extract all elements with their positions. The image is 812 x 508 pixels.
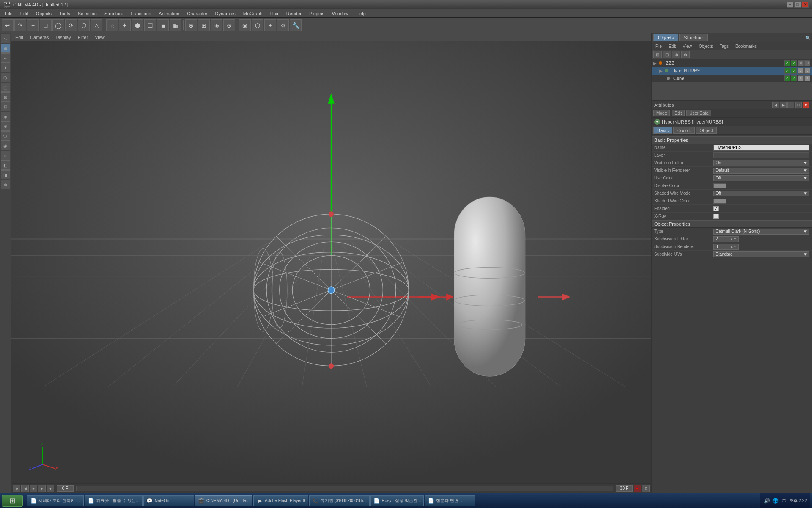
menu-item-animation[interactable]: Animation — [155, 10, 183, 17]
left-toolbar-btn-6[interactable]: ⊞ — [1, 92, 10, 102]
attr-shaded-wire-swatch[interactable] — [713, 199, 726, 204]
attr-tab-object[interactable]: Object — [696, 127, 717, 134]
taskbar-btn-2[interactable]: 💬 NateOn — [143, 495, 194, 506]
prev-frame-btn[interactable]: ⏮ — [13, 485, 20, 492]
menu-item-tools[interactable]: Tools — [56, 10, 74, 17]
left-toolbar-btn-8[interactable]: ◈ — [1, 112, 10, 121]
menu-item-help[interactable]: Help — [353, 10, 369, 17]
menu-item-render[interactable]: Render — [283, 10, 305, 17]
taskbar-btn-flash[interactable]: ▶ Adobe Flash Player 9 — [253, 495, 308, 506]
attr-back-btn[interactable]: ◀ — [772, 102, 779, 108]
toolbar-btn-12[interactable]: ▣ — [157, 19, 169, 31]
menu-item-file[interactable]: File — [2, 10, 16, 17]
zzz-vis4[interactable]: ✕ — [804, 60, 810, 66]
om-menu-objects[interactable]: Objects — [697, 44, 715, 49]
attr-type-dropdown[interactable]: Catmull-Clark (N-Gons) ▼ — [713, 229, 809, 235]
vp-menu-view[interactable]: View — [93, 35, 107, 40]
om-menu-edit[interactable]: Edit — [667, 44, 678, 49]
attr-userdata-btn[interactable]: User Data — [686, 110, 711, 116]
toolbar-btn-5[interactable]: ⟳ — [65, 19, 77, 31]
menu-item-plugins[interactable]: Plugins — [306, 10, 328, 17]
om-tb-2[interactable]: ⊟ — [663, 51, 671, 58]
om-menu-view[interactable]: View — [681, 44, 694, 49]
attr-name-value[interactable]: HyperNURBS — [713, 145, 809, 151]
cube-v4[interactable]: ✕ — [804, 75, 810, 81]
left-toolbar-btn-15[interactable]: ⊕ — [1, 180, 10, 189]
toolbar-btn-1[interactable]: ↷ — [14, 19, 26, 31]
toolbar-btn-9[interactable]: ✦ — [119, 19, 131, 31]
left-toolbar-btn-3[interactable]: ✦ — [1, 63, 10, 72]
toolbar-btn-10[interactable]: ⬢ — [132, 19, 143, 31]
attr-max-btn[interactable]: □ — [795, 102, 802, 108]
left-toolbar-btn-14[interactable]: ◨ — [1, 170, 10, 179]
toolbar-btn-6[interactable]: ⬡ — [78, 19, 90, 31]
record-btn[interactable]: ● — [634, 485, 641, 492]
attr-min-btn[interactable]: ─ — [787, 102, 794, 108]
left-toolbar-btn-2[interactable]: ↔ — [1, 53, 10, 63]
play-back-btn[interactable]: ◀ — [21, 485, 29, 492]
menu-item-character[interactable]: Character — [184, 10, 211, 17]
toolbar-btn-19[interactable]: ⬡ — [252, 19, 263, 31]
left-toolbar-btn-0[interactable]: ↖ — [1, 34, 10, 43]
taskbar-btn-1[interactable]: 📄 워크샷 - 열을 수 있는... — [85, 495, 143, 506]
om-tb-1[interactable]: ⊞ — [653, 51, 662, 58]
cube-vis1[interactable]: ✓ — [784, 75, 790, 81]
attr-fwd-btn[interactable]: ▶ — [780, 102, 787, 108]
left-toolbar-btn-9[interactable]: ⊗ — [1, 121, 10, 131]
toolbar-btn-18[interactable]: ◉ — [239, 19, 251, 31]
toolbar-btn-7[interactable]: △ — [91, 19, 102, 31]
taskbar-btn-0[interactable]: 📄 시네마 포디 단축키 -... — [27, 495, 84, 506]
vp-menu-edit[interactable]: Edit — [14, 35, 25, 40]
maximize-button[interactable]: □ — [794, 2, 801, 8]
om-item-hypernurbs[interactable]: ▶ HyperNURBS ✓ ✓ V V — [652, 67, 812, 75]
left-toolbar-btn-13[interactable]: ◧ — [1, 160, 10, 170]
taskbar-btn-6[interactable]: 📄 질문과 답변 -... — [425, 495, 475, 506]
minimize-button[interactable]: ─ — [787, 2, 793, 8]
menu-item-hair[interactable]: Hair — [267, 10, 282, 17]
hn-v3[interactable]: V — [798, 68, 804, 74]
attr-tab-basic[interactable]: Basic — [653, 127, 672, 134]
om-menu-tags[interactable]: Tags — [718, 44, 730, 49]
menu-item-objects[interactable]: Objects — [33, 10, 55, 17]
toolbar-btn-15[interactable]: ⊞ — [198, 19, 210, 31]
vp-menu-filter[interactable]: Filter — [76, 35, 90, 40]
anim-options-btn[interactable]: ⚙ — [642, 485, 650, 492]
taskbar-btn-cinema4d[interactable]: 🎬 CINEMA 4D - [Untitle... — [195, 495, 252, 506]
om-menu-bookmarks[interactable]: Bookmarks — [734, 44, 758, 49]
attr-subdivide-uvs-dropdown[interactable]: Standard ▼ — [713, 251, 809, 257]
toolbar-btn-20[interactable]: ✦ — [264, 19, 276, 31]
om-item-cube[interactable]: Cube ✓ ✓ ✕ ✕ — [652, 75, 812, 82]
menu-item-functions[interactable]: Functions — [128, 10, 155, 17]
zzz-vis3[interactable]: ✕ — [798, 60, 804, 66]
om-search[interactable]: 🔍 — [805, 36, 810, 40]
left-toolbar-btn-4[interactable]: ⬡ — [1, 73, 10, 82]
om-tb-4[interactable]: ⊗ — [681, 51, 690, 58]
attr-shaded-wire-dropdown[interactable]: Off ▼ — [713, 190, 809, 196]
om-tab-structure[interactable]: Structure — [679, 34, 708, 41]
toolbar-btn-0[interactable]: ↩ — [2, 19, 14, 31]
menu-item-selection[interactable]: Selection — [74, 10, 100, 17]
attr-display-color-swatch[interactable] — [713, 183, 726, 188]
attr-edit-btn[interactable]: Edit — [672, 110, 685, 116]
zzz-vis2[interactable]: ✓ — [791, 60, 797, 66]
start-button[interactable]: ⊞ — [2, 495, 23, 507]
left-toolbar-btn-10[interactable]: ⬠ — [1, 131, 10, 141]
attr-enabled-checkbox[interactable] — [713, 206, 719, 211]
left-toolbar-btn-7[interactable]: ⊟ — [1, 102, 10, 111]
toolbar-btn-13[interactable]: ▦ — [170, 19, 181, 31]
attr-vis-renderer-dropdown[interactable]: Default ▼ — [713, 168, 809, 174]
attr-tab-coord[interactable]: Coord. — [673, 127, 695, 134]
hn-vis1[interactable]: ✓ — [784, 68, 790, 74]
toolbar-btn-2[interactable]: + — [27, 19, 39, 31]
toolbar-btn-11[interactable]: ☐ — [144, 19, 156, 31]
attr-mode-btn[interactable]: Mode — [653, 110, 670, 116]
cube-vis2[interactable]: ✓ — [791, 75, 797, 81]
next-frame-btn[interactable]: ⏭ — [47, 485, 54, 492]
left-toolbar-btn-5[interactable]: ◫ — [1, 83, 10, 92]
toolbar-btn-4[interactable]: ◯ — [52, 19, 64, 31]
menu-item-structure[interactable]: Structure — [101, 10, 127, 17]
toolbar-btn-8[interactable]: ☆ — [106, 19, 118, 31]
vp-menu-display[interactable]: Display — [54, 35, 73, 40]
om-tb-3[interactable]: ⊕ — [672, 51, 680, 58]
om-item-zzz[interactable]: ▶ ZZZ ✓ ✓ ✕ ✕ — [652, 59, 812, 67]
